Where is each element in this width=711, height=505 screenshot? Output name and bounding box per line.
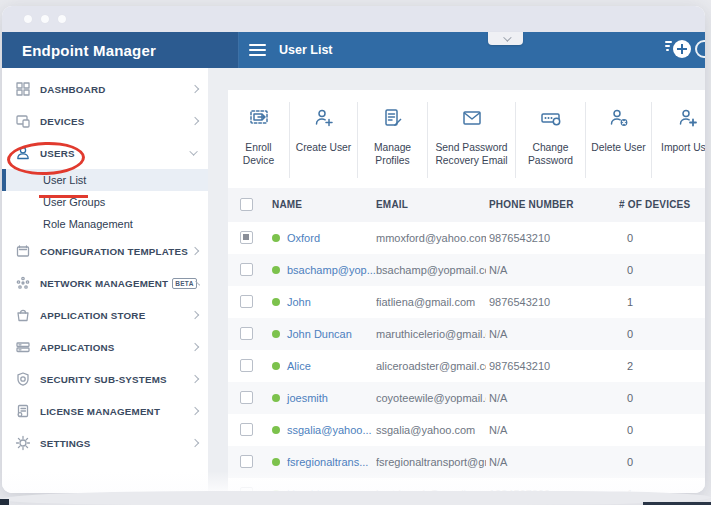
table-row: ssgalia@yahoo... ssgalia@yahoo.com N/A 0	[228, 414, 705, 446]
manage-profiles-button[interactable]: Manage Profiles	[358, 102, 428, 178]
table-row: John fiatliena@gmail.com 9876543210 1	[228, 286, 705, 318]
sidebar-item-label: SETTINGS	[40, 438, 91, 449]
sidebar-item-settings[interactable]: SETTINGS	[2, 427, 208, 459]
hamburger-menu-icon[interactable]	[249, 41, 266, 59]
user-phone: N/A	[486, 392, 616, 404]
row-checkbox[interactable]	[240, 231, 253, 244]
row-checkbox[interactable]	[240, 423, 253, 436]
configuration-templates-icon	[14, 243, 31, 260]
application-store-icon	[14, 307, 31, 324]
sidebar-item-label: APPLICATIONS	[40, 342, 115, 353]
row-checkbox[interactable]	[240, 487, 253, 493]
user-name-link[interactable]: joesmith	[287, 392, 328, 404]
row-checkbox[interactable]	[240, 391, 253, 404]
column-header-devices[interactable]: # OF DEVICES	[616, 199, 705, 210]
chevron-right-icon	[191, 247, 199, 255]
sidebar-item-applications[interactable]: APPLICATIONS	[2, 331, 208, 363]
row-checkbox[interactable]	[240, 359, 253, 372]
toolbar-button-label: Manage Profiles	[360, 142, 425, 168]
select-all-checkbox[interactable]	[240, 198, 253, 211]
user-phone: 9876543210	[486, 360, 616, 372]
row-checkbox[interactable]	[240, 263, 253, 276]
status-dot	[272, 330, 280, 338]
window-control-dot[interactable]	[58, 15, 66, 23]
topbar: User List	[239, 32, 705, 68]
page-title: User List	[279, 43, 333, 57]
subitem-label: Role Management	[43, 218, 133, 230]
enroll-new-device-icon[interactable]	[665, 39, 691, 61]
user-phone: N/A	[486, 264, 616, 276]
column-header-phone[interactable]: PHONE NUMBER	[486, 199, 616, 210]
sidebar-item-users[interactable]: USERS	[2, 137, 208, 169]
user-device-count: 0	[616, 264, 705, 276]
sidebar-item-license-management[interactable]: LICENSE MANAGEMENT	[2, 395, 208, 427]
app-window: Endpoint Manager User List DASHBOARD	[2, 6, 705, 493]
sidebar-item-configuration-templates[interactable]: CONFIGURATION TEMPLATES	[2, 235, 208, 267]
user-device-count: 0	[616, 424, 705, 436]
user-name-link[interactable]: John Duncan	[287, 328, 352, 340]
change-password-button[interactable]: Change Password	[516, 102, 586, 178]
user-name-link[interactable]: John	[287, 296, 311, 308]
content-area: Enroll Device Create User Manage Profile…	[208, 68, 705, 493]
user-phone: 1234567890	[486, 488, 616, 493]
chevron-right-icon	[191, 375, 199, 383]
row-checkbox[interactable]	[240, 327, 253, 340]
toolbar: Enroll Device Create User Manage Profile…	[228, 90, 705, 178]
sidebar-item-application-store[interactable]: APPLICATION STORE	[2, 299, 208, 331]
sidebar-item-label: SECURITY SUB-SYSTEMS	[40, 374, 167, 385]
subitem-label: User Groups	[43, 196, 105, 208]
sidebar-subitem-user-list[interactable]: User List	[2, 169, 208, 191]
user-phone: 9876543210	[486, 296, 616, 308]
user-device-count: 2	[616, 360, 705, 372]
toolbar-button-label: Import User	[661, 142, 705, 155]
user-name-link[interactable]: Herald	[287, 488, 319, 493]
user-name-link[interactable]: ssgalia@yahoo...	[287, 424, 372, 436]
sidebar-item-security-sub-systems[interactable]: SECURITY SUB-SYSTEMS	[2, 363, 208, 395]
window-control-dot[interactable]	[24, 15, 32, 23]
user-email: maruthicelerio@gmail.c	[376, 328, 486, 340]
sidebar-item-network-management[interactable]: NETWORK MANAGEMENT BETA	[2, 267, 208, 299]
create-user-button[interactable]: Create User	[290, 102, 358, 178]
sidebar-item-devices[interactable]: DEVICES	[2, 105, 208, 137]
row-checkbox[interactable]	[240, 455, 253, 468]
table-row: Oxford mmoxford@yahoo.com 9876543210 0	[228, 222, 705, 254]
dashboard-icon	[14, 81, 31, 98]
network-management-icon	[14, 275, 31, 292]
toolbar-button-label: Send Password Recovery Email	[430, 142, 513, 168]
user-phone: 9876543210	[486, 232, 616, 244]
user-name-link[interactable]: Alice	[287, 360, 311, 372]
sidebar-item-label: NETWORK MANAGEMENT	[40, 278, 168, 289]
enroll-device-button[interactable]: Enroll Device	[228, 102, 290, 178]
import-user-button[interactable]: Import User	[652, 102, 705, 178]
column-header-email[interactable]: EMAIL	[376, 199, 486, 210]
window-control-dot[interactable]	[41, 15, 49, 23]
user-name-link[interactable]: Oxford	[287, 232, 320, 244]
table-row: bsachamp@yop... bsachamp@yopmail.co N/A …	[228, 254, 705, 286]
user-device-count: 0	[616, 392, 705, 404]
column-header-name[interactable]: NAME	[264, 199, 376, 210]
status-dot	[272, 266, 280, 274]
chevron-right-icon	[191, 407, 199, 415]
sidebar-subitem-role-management[interactable]: Role Management	[2, 213, 208, 235]
user-phone: N/A	[486, 328, 616, 340]
table-row: John Duncan maruthicelerio@gmail.c N/A 0	[228, 318, 705, 350]
torn-edge	[0, 491, 711, 505]
cropped-edge-icon	[695, 40, 705, 58]
user-name-link[interactable]: bsachamp@yop...	[287, 264, 376, 276]
send-password-recovery-email-button[interactable]: Send Password Recovery Email	[428, 102, 516, 178]
row-checkbox[interactable]	[240, 295, 253, 308]
chevron-right-icon	[191, 117, 199, 125]
user-phone: N/A	[486, 456, 616, 468]
create-user-icon	[312, 106, 336, 134]
user-name-link[interactable]: fsregionaltrans...	[287, 456, 368, 468]
sidebar-item-dashboard[interactable]: DASHBOARD	[2, 73, 208, 105]
change-password-icon	[539, 106, 563, 134]
license-management-icon	[14, 403, 31, 420]
table-header-row: NAME EMAIL PHONE NUMBER # OF DEVICES	[228, 188, 705, 222]
delete-user-button[interactable]: Delete User	[586, 102, 652, 178]
collapse-header-tab[interactable]	[488, 32, 523, 45]
chevron-right-icon	[191, 439, 199, 447]
devices-icon	[14, 113, 31, 130]
sidebar-item-label: LICENSE MANAGEMENT	[40, 406, 160, 417]
sidebar-subitem-user-groups[interactable]: User Groups	[2, 191, 208, 213]
